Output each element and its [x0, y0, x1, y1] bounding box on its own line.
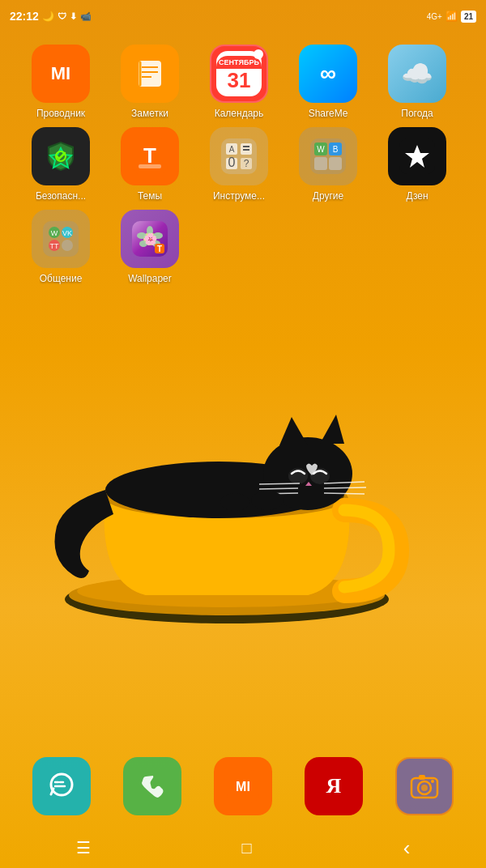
tools-icon: A 0 ?	[210, 127, 268, 185]
svg-point-79	[431, 780, 434, 783]
moon-icon: 🌙	[42, 11, 54, 22]
battery-indicator: 21	[461, 11, 476, 23]
app-row-1: MI Проводник Заметки СЕНТЯ	[16, 45, 470, 119]
app-grid: MI Проводник Заметки СЕНТЯ	[0, 45, 486, 292]
svg-text:Я: Я	[326, 774, 342, 798]
nav-bar: ☰ □ ‹	[0, 828, 486, 868]
svg-line-16	[324, 487, 366, 488]
zen-icon	[388, 127, 446, 185]
wallpaper-icon: 🌸 T	[121, 210, 179, 268]
dock-yandex[interactable]: Я	[305, 757, 363, 815]
shareme-label: ShareMe	[309, 108, 348, 119]
app-themes[interactable]: Т Темы	[105, 127, 194, 202]
svg-line-17	[324, 493, 364, 494]
svg-line-13	[259, 488, 298, 489]
weather-label: Погода	[401, 108, 433, 119]
status-left: 22:12 🌙 🛡 ⬇ 📹	[10, 10, 92, 23]
app-others[interactable]: W B Другие	[284, 127, 373, 202]
dock: MI Я	[0, 749, 486, 823]
security-label: Безопасн...	[36, 190, 86, 202]
app-social[interactable]: W VK TT Общение	[16, 210, 105, 284]
svg-point-18	[251, 491, 284, 510]
calendar-notif-dot	[254, 49, 263, 59]
weather-icon: ☁️	[388, 45, 446, 103]
svg-text:B: B	[333, 145, 339, 154]
nav-menu-button[interactable]: ☰	[60, 832, 107, 864]
svg-text:MI: MI	[236, 780, 250, 794]
app-shareme[interactable]: ∞ ShareMe	[284, 45, 373, 119]
app-notes[interactable]: Заметки	[105, 45, 194, 119]
app-zen[interactable]: Дзен	[373, 127, 462, 202]
svg-rect-45	[314, 157, 327, 170]
svg-text:TT: TT	[50, 242, 59, 250]
app-row-2: Безопасн... Т Темы A	[16, 127, 470, 202]
svg-marker-8	[320, 415, 344, 444]
svg-point-19	[220, 493, 249, 511]
svg-point-66	[51, 774, 72, 795]
others-icon: W B	[299, 127, 357, 185]
svg-text:T: T	[157, 245, 162, 253]
svg-marker-7	[279, 417, 308, 445]
wallpaper-label: Wallpaper	[128, 273, 172, 284]
app-mi-explorer[interactable]: MI Проводник	[16, 45, 105, 119]
social-label: Общение	[40, 273, 83, 284]
social-icon: W VK TT	[32, 210, 90, 268]
app-wallpaper[interactable]: 🌸 T Wallpaper	[105, 210, 194, 284]
svg-point-55	[62, 240, 73, 251]
svg-rect-20	[139, 61, 161, 87]
security-icon	[32, 127, 90, 185]
app-calendar[interactable]: СЕНТЯБРЬ 31 Календарь	[194, 45, 284, 119]
app-security[interactable]: Безопасн...	[16, 127, 105, 202]
svg-text:W: W	[51, 229, 58, 237]
zen-label: Дзен	[406, 190, 428, 202]
svg-rect-34	[243, 146, 249, 147]
tools-label: Инструме...	[213, 190, 265, 202]
svg-text:0: 0	[228, 155, 236, 169]
svg-text:?: ?	[244, 158, 249, 169]
svg-rect-29	[139, 164, 161, 168]
shield-icon: 🛡	[58, 11, 66, 21]
dock-camera[interactable]	[395, 757, 454, 815]
dock-mi-store[interactable]: MI	[214, 757, 272, 815]
mi-explorer-label: Проводник	[36, 108, 85, 119]
status-right: 4G+ 📶 21	[427, 11, 476, 23]
dock-phone[interactable]	[123, 757, 181, 815]
themes-icon: Т	[121, 127, 179, 185]
calendar-label: Календарь	[215, 108, 264, 119]
svg-text:🌸: 🌸	[143, 232, 158, 246]
notes-icon	[121, 45, 179, 103]
themes-label: Темы	[138, 190, 162, 202]
cat-cup-illustration	[40, 348, 446, 640]
download-icon: ⬇	[70, 11, 77, 22]
svg-rect-78	[419, 775, 425, 780]
app-row-3: W VK TT Общение	[16, 210, 470, 284]
svg-text:W: W	[317, 145, 325, 154]
nav-back-button[interactable]: ‹	[387, 829, 427, 867]
svg-rect-46	[329, 157, 342, 170]
svg-text:A: A	[229, 145, 235, 154]
svg-text:Т: Т	[143, 143, 156, 168]
svg-point-77	[421, 785, 428, 791]
mi-explorer-icon: MI	[32, 45, 90, 103]
svg-line-12	[259, 483, 300, 484]
signal-icon: 📶	[446, 11, 458, 22]
nav-home-button[interactable]: □	[226, 832, 268, 864]
svg-text:VK: VK	[62, 229, 72, 237]
app-weather[interactable]: ☁️ Погода	[373, 45, 462, 119]
time-display: 22:12	[10, 10, 39, 23]
svg-rect-48	[43, 221, 79, 257]
dock-messenger[interactable]	[32, 757, 91, 815]
app-tools[interactable]: A 0 ? Инструме...	[194, 127, 284, 202]
svg-rect-35	[243, 149, 249, 151]
shareme-icon: ∞	[299, 45, 357, 103]
others-label: Другие	[313, 190, 343, 202]
network-type: 4G+	[427, 12, 442, 21]
status-bar: 22:12 🌙 🛡 ⬇ 📹 4G+ 📶 21	[0, 0, 486, 32]
calendar-icon: СЕНТЯБРЬ 31	[210, 45, 268, 103]
video-icon: 📹	[80, 11, 92, 22]
notes-label: Заметки	[131, 108, 168, 119]
